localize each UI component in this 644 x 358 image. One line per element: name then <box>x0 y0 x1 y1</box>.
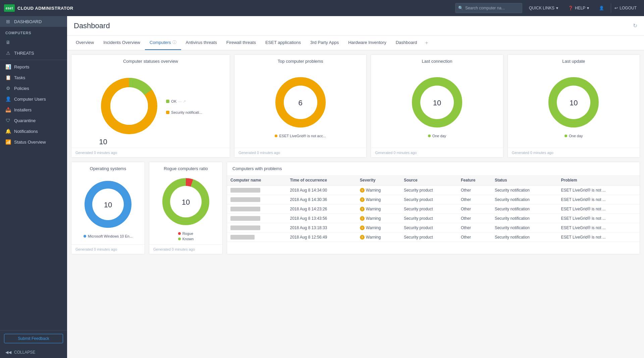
cell-feature: Other <box>458 233 491 242</box>
quick-links-button[interactable]: QUICK LINKS ▾ <box>526 3 561 13</box>
cell-name: ██████████ <box>227 186 286 195</box>
warning-severity-icon: ! <box>360 188 365 193</box>
search-box[interactable]: 🔍 Search computer na... <box>455 3 522 13</box>
top-problems-legend-label: ESET LiveGrid® is not acc... <box>279 134 326 138</box>
cell-problem: ESET LiveGrid® is not ... <box>558 204 640 214</box>
rogue-legend-rogue: Rogue <box>182 232 193 236</box>
problems-table: Computer name Time of occurrence Severit… <box>227 175 640 242</box>
top-problems-legend: ESET LiveGrid® is not acc... <box>275 134 326 138</box>
grid-icon: ⊞ <box>5 19 11 24</box>
table-row[interactable]: ██████████ 2018 Aug 8 13:43:56 ! Warning… <box>227 214 640 223</box>
sidebar-notifications-label: Notifications <box>14 129 38 134</box>
tab-overview[interactable]: Overview <box>71 36 99 50</box>
cell-problem: ESET LiveGrid® is not ... <box>558 233 640 242</box>
warning-severity-icon: ! <box>360 216 365 221</box>
logout-button[interactable]: ↩ LOGOUT <box>611 3 640 13</box>
warning-severity-icon: ! <box>360 207 365 211</box>
help-button[interactable]: ❓ HELP ▾ <box>565 3 592 13</box>
sidebar-item-quarantine[interactable]: 🛡 Quarantine <box>0 115 67 126</box>
legend-security-label: Security notificati... <box>171 110 202 114</box>
last-update-legend-label: One day <box>569 134 583 138</box>
last-update-body: 10 One day <box>508 66 640 148</box>
tasks-icon: 📋 <box>5 75 11 80</box>
sidebar-tasks-label: Tasks <box>14 75 25 80</box>
tab-3rd-party[interactable]: 3rd Party Apps <box>306 36 343 50</box>
tab-eset-apps[interactable]: ESET applications <box>261 36 306 50</box>
col-problem: Problem <box>558 175 640 186</box>
help-label: HELP <box>575 6 585 10</box>
sidebar-item-computer-users[interactable]: 👤 Computer Users <box>0 94 67 104</box>
tab-firewall[interactable]: Firewall threats <box>222 36 261 50</box>
computer-statuses-card: Computer statuses overview 10 <box>71 54 230 158</box>
sidebar-item-threats[interactable]: ⚠ THREATS <box>0 48 67 58</box>
reports-icon: 📊 <box>5 64 11 69</box>
search-icon: 🔍 <box>458 6 463 10</box>
cell-status: Security notification <box>491 204 558 214</box>
table-row[interactable]: ████████ 2018 Aug 8 12:56:49 ! Warning S… <box>227 233 640 242</box>
sidebar-item-policies[interactable]: ⚙ Policies <box>0 83 67 94</box>
table-row[interactable]: ██████████ 2018 Aug 8 14:23:26 ! Warning… <box>227 204 640 214</box>
rogue-title: Rogue computers ratio <box>149 162 222 173</box>
sidebar-item-installers[interactable]: 📥 Installers <box>0 104 67 115</box>
add-tab-button[interactable]: + <box>422 36 431 50</box>
sidebar-item-computers-nav[interactable]: 🖥 <box>0 37 67 48</box>
last-connection-card: Last connection 10 One day <box>371 54 503 158</box>
sidebar-item-tasks[interactable]: 📋 Tasks <box>0 72 67 83</box>
sidebar-quarantine-label: Quarantine <box>14 118 36 123</box>
cell-status: Security notification <box>491 214 558 223</box>
warning-severity-icon: ! <box>360 235 365 240</box>
legend-security: Security notificati... <box>166 110 202 114</box>
cell-severity: ! Warning <box>357 204 400 214</box>
sidebar-item-reports[interactable]: 📊 Reports <box>0 61 67 72</box>
cell-time: 2018 Aug 8 12:56:49 <box>286 233 356 242</box>
collapse-button[interactable]: ◀◀ COLLAPSE <box>0 347 67 358</box>
collapse-icon: ◀◀ <box>5 350 11 355</box>
rogue-ratio-card: Rogue computers ratio 10 <box>149 162 223 254</box>
cell-problem: ESET LiveGrid® is not ... <box>558 195 640 204</box>
submit-feedback-button[interactable]: Submit Feedback <box>4 334 63 343</box>
table-row[interactable]: ██████████ 2018 Aug 8 14:34:00 ! Warning… <box>227 186 640 195</box>
table-row[interactable]: ██████████ 2018 Aug 8 13:18:33 ! Warning… <box>227 223 640 233</box>
last-connection-legend-label: One day <box>432 134 446 138</box>
cell-name: ██████████ <box>227 204 286 214</box>
tabs-bar: Overview Incidents Overview Computers ⓘ … <box>67 36 644 50</box>
table-row[interactable]: ██████████ 2018 Aug 8 14:30:36 ! Warning… <box>227 195 640 204</box>
svg-point-2 <box>110 87 148 125</box>
top-charts-row: Computer statuses overview 10 <box>71 54 640 158</box>
tab-incidents-overview[interactable]: Incidents Overview <box>99 36 145 50</box>
cell-status: Security notification <box>491 186 558 195</box>
tab-antivirus[interactable]: Antivirus threats <box>181 36 222 50</box>
os-legend: Microsoft Windows 10 En... <box>84 234 132 238</box>
bottom-charts-row: Operating systems 10 Microsoft Windows 1… <box>71 162 640 254</box>
tab-hardware[interactable]: Hardware Inventory <box>343 36 391 50</box>
page-title: Dashboard <box>74 21 110 30</box>
last-connection-footer: Generated 0 minutes ago <box>371 148 503 157</box>
cell-time: 2018 Aug 8 14:30:36 <box>286 195 356 204</box>
sidebar-installers-label: Installers <box>14 107 32 112</box>
dashboard-content: Computer statuses overview 10 <box>67 50 644 358</box>
tab-dashboard[interactable]: Dashboard <box>391 36 422 50</box>
logout-label: LOGOUT <box>620 6 637 10</box>
tab-computers[interactable]: Computers ⓘ <box>145 36 181 50</box>
sidebar-section-computers: COMPUTERS <box>0 27 67 37</box>
app-title: CLOUD ADMINISTRATOR <box>17 6 73 11</box>
sidebar-item-status-overview[interactable]: 📶 Status Overview <box>0 137 67 147</box>
help-icon: ❓ <box>568 6 573 10</box>
cell-time: 2018 Aug 8 13:43:56 <box>286 214 356 223</box>
sidebar-dashboard-label: DASHBOARD <box>14 19 42 24</box>
sidebar-item-dashboard[interactable]: ⊞ DASHBOARD <box>0 16 67 27</box>
sidebar-item-notifications[interactable]: 🔔 Notifications <box>0 126 67 137</box>
top-problems-footer: Generated 0 minutes ago <box>234 148 366 157</box>
cell-problem: ESET LiveGrid® is not ... <box>558 214 640 223</box>
last-update-title: Last update <box>508 55 640 66</box>
collapse-label: COLLAPSE <box>14 350 35 355</box>
user-button[interactable]: 👤 <box>596 3 607 13</box>
status-icon: 📶 <box>5 139 11 145</box>
refresh-icon[interactable]: ↻ <box>633 22 637 29</box>
rogue-body: 10 Rogue Known <box>149 173 222 244</box>
problems-table-card: Computers with problems Computer name Ti… <box>227 162 640 254</box>
cell-source: Security product <box>400 214 458 223</box>
last-update-center: 10 <box>570 99 578 107</box>
cell-name: ████████ <box>227 233 286 242</box>
sidebar-threats-label: THREATS <box>14 51 34 56</box>
